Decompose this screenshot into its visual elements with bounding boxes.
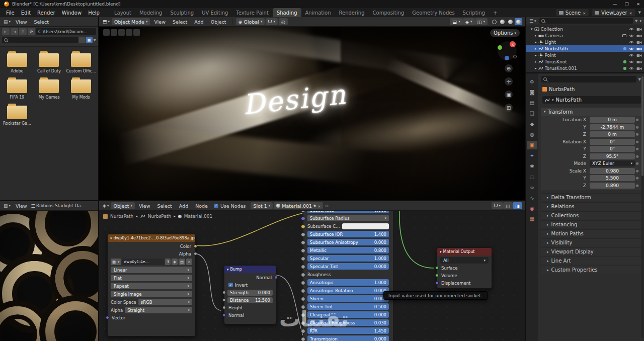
tab-modifier-properties[interactable]: ✦ bbox=[527, 151, 537, 160]
alpha-output-socket[interactable] bbox=[194, 252, 197, 255]
scale-y-field[interactable]: 5.500 bbox=[590, 175, 635, 181]
tab-particle-properties[interactable]: ✱ bbox=[527, 162, 537, 170]
tab-viewlayer-properties[interactable]: ❏ bbox=[527, 109, 537, 118]
material-output-node[interactable]: ▾Material Output All Surface Volume Disp… bbox=[437, 247, 492, 289]
gizmo-dropdown[interactable]: ◈▾ bbox=[463, 18, 475, 25]
invert-checkbox[interactable]: Invert bbox=[224, 282, 276, 288]
file-browser-view-menu[interactable]: View bbox=[13, 17, 30, 26]
scene-selector[interactable]: Scene bbox=[556, 9, 589, 16]
up-button[interactable]: ↑ bbox=[19, 28, 27, 35]
navigation-gizmo[interactable]: X bbox=[498, 41, 517, 60]
tab-world-properties[interactable]: ◍ bbox=[527, 130, 537, 139]
folder-item[interactable]: Adobe bbox=[1, 53, 33, 73]
ior-slider[interactable]: IOR1.450 bbox=[307, 327, 389, 334]
anisotropic-slider[interactable]: Anisotropic1.000 bbox=[307, 279, 389, 286]
render-camera-icon[interactable] bbox=[636, 40, 642, 44]
slot-selector[interactable]: Slot 1▾ bbox=[251, 202, 273, 209]
viewlayer-selector[interactable]: ViewLayer bbox=[592, 9, 635, 16]
panel-instancing[interactable]: ▸Instancing bbox=[541, 220, 641, 228]
projection-dropdown[interactable]: Flat bbox=[111, 275, 192, 281]
properties-scrollbar[interactable] bbox=[641, 76, 643, 338]
eye-icon[interactable] bbox=[629, 66, 634, 70]
axis-z-handle[interactable] bbox=[505, 56, 509, 60]
outliner-item-point[interactable]: ▸ Point bbox=[526, 52, 644, 58]
clearcoat-slider[interactable]: Clearcoat0.000 bbox=[307, 311, 389, 318]
outliner-item-nurbspath[interactable]: ▸ NurbsPath bbox=[526, 45, 644, 52]
surface-input-socket[interactable] bbox=[435, 266, 439, 270]
shader-add-menu[interactable]: Add bbox=[176, 201, 191, 210]
options-button[interactable]: Options▾ bbox=[490, 29, 520, 37]
editor-type-icon[interactable]: ▧ ▾ bbox=[3, 203, 12, 208]
animate-dot[interactable]: ● bbox=[635, 140, 639, 144]
shader-select-menu[interactable]: Select bbox=[154, 201, 175, 210]
menu-file[interactable]: File bbox=[3, 8, 18, 17]
viewport-tool-button[interactable] bbox=[133, 29, 140, 36]
nodetree-icon[interactable] bbox=[623, 47, 626, 50]
menu-edit[interactable]: Edit bbox=[18, 8, 34, 17]
camera-view-icon[interactable]: ▣ bbox=[505, 91, 513, 99]
tab-compositing[interactable]: Compositing bbox=[369, 8, 409, 17]
back-button[interactable]: ← bbox=[2, 28, 10, 35]
viewport-tool-button[interactable] bbox=[126, 29, 132, 36]
scale-z-field[interactable]: 0.890 bbox=[590, 183, 635, 189]
tab-texture-paint[interactable]: Texture Paint bbox=[232, 8, 273, 17]
viewlayer-remove-icon[interactable] bbox=[629, 10, 632, 16]
expand-icon[interactable]: ▸ bbox=[535, 34, 537, 38]
image-view-menu[interactable]: View bbox=[13, 201, 30, 210]
open-image-icon[interactable]: ▤ bbox=[179, 259, 185, 265]
color-output-socket[interactable] bbox=[194, 244, 197, 248]
display-thumbnails-button[interactable]: ▦ bbox=[86, 37, 93, 43]
node-preview-toggle[interactable]: ◨ bbox=[513, 202, 522, 209]
zoom-icon[interactable]: ⊕ bbox=[505, 64, 513, 72]
expand-icon[interactable]: ▸ bbox=[535, 66, 537, 70]
viewport-add-menu[interactable]: Add bbox=[191, 17, 206, 26]
viewport-tool-button[interactable] bbox=[118, 29, 125, 36]
animate-dot[interactable]: ● bbox=[635, 125, 639, 129]
refresh-button[interactable]: ⟳ bbox=[28, 28, 35, 35]
tab-layout[interactable]: Layout bbox=[110, 8, 135, 17]
close-button[interactable]: ✕ bbox=[636, 2, 640, 7]
rotation-mode-dropdown[interactable]: XYZ Euler bbox=[590, 160, 635, 166]
editor-type-icon[interactable]: ☰ ▾ bbox=[528, 19, 537, 24]
visibility-dropdown[interactable]: ⬓▾ bbox=[450, 18, 463, 25]
animate-dot[interactable]: ● bbox=[635, 176, 639, 180]
panel-collections[interactable]: ▸Collections bbox=[541, 211, 641, 219]
animate-dot[interactable]: ● bbox=[635, 118, 639, 122]
tab-render-properties[interactable]: ◙ bbox=[527, 88, 537, 97]
outliner-filter-icon[interactable]: ▼ bbox=[635, 19, 637, 23]
transform-panel-header[interactable]: ▾ Transform bbox=[541, 108, 641, 116]
eye-icon[interactable] bbox=[629, 27, 634, 31]
proportional-edit-toggle[interactable]: ◎ bbox=[279, 18, 288, 25]
filter-icon[interactable]: ▼ bbox=[638, 11, 641, 15]
menu-window[interactable]: Window bbox=[59, 8, 85, 17]
file-filter-icon[interactable]: ▼ bbox=[94, 38, 96, 42]
viewport-tool-button[interactable] bbox=[111, 29, 117, 36]
tab-rendering[interactable]: Rendering bbox=[335, 8, 368, 17]
outliner-item-light[interactable]: ▸ Light bbox=[526, 39, 644, 45]
alpha-mode-dropdown[interactable]: Straight bbox=[125, 307, 192, 313]
metallic-slider[interactable]: Metallic0.800 bbox=[307, 247, 389, 253]
shield-icon[interactable]: ◈ bbox=[313, 204, 316, 208]
nodetree-icon[interactable] bbox=[623, 67, 626, 70]
panel-delta-transform[interactable]: ▸Delta Transform bbox=[541, 193, 641, 201]
image-name[interactable]: Ribbons-Starlight-Da... bbox=[36, 203, 85, 208]
expand-icon[interactable]: ▾ bbox=[531, 27, 533, 31]
displacement-input-socket[interactable] bbox=[435, 281, 439, 285]
panel-relations[interactable]: ▸Relations bbox=[541, 202, 641, 210]
expand-icon[interactable]: ▸ bbox=[535, 47, 537, 51]
scene-unlink-icon[interactable] bbox=[583, 10, 586, 16]
outliner-search-input[interactable] bbox=[539, 18, 633, 24]
distance-input-socket[interactable] bbox=[222, 298, 226, 302]
expand-icon[interactable]: ▸ bbox=[535, 60, 537, 64]
animate-dot[interactable]: ● bbox=[635, 184, 639, 188]
render-camera-icon[interactable] bbox=[636, 53, 642, 57]
shading-material-button[interactable] bbox=[507, 18, 514, 25]
pan-icon[interactable]: ✛ bbox=[505, 77, 513, 86]
location-z-field[interactable]: 0 m bbox=[590, 131, 635, 137]
folder-item[interactable]: FIFA 19 bbox=[1, 79, 33, 100]
render-camera-icon[interactable] bbox=[636, 27, 642, 31]
bump-node[interactable]: ▾Bump Normal Invert Strength0.000 Distan… bbox=[224, 265, 276, 324]
snap-toggle[interactable]: ▾ bbox=[266, 18, 278, 25]
subsurface-color-row[interactable]: Subsurface C... bbox=[307, 223, 389, 229]
eye-icon[interactable] bbox=[629, 60, 634, 64]
